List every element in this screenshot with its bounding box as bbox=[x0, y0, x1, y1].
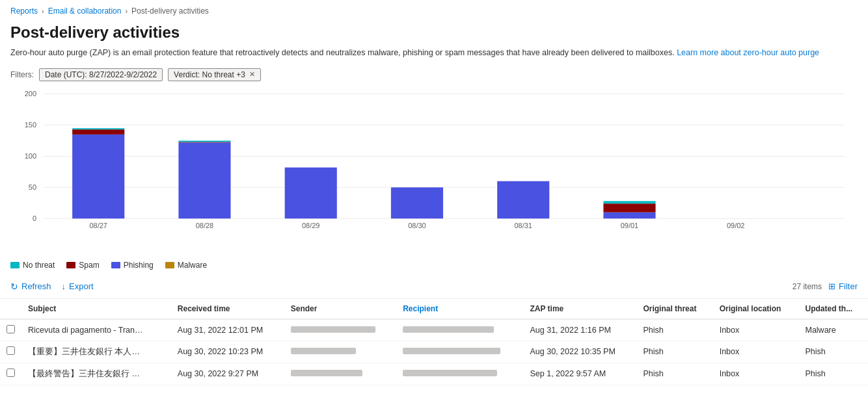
row-1-checkbox-cell bbox=[0, 319, 21, 341]
row-2-subject: 【重要】三井住友銀行 本人確認... bbox=[21, 341, 171, 363]
spam-swatch bbox=[66, 262, 75, 268]
row-3-sender bbox=[284, 363, 396, 385]
row-2-sender bbox=[284, 341, 396, 363]
bar-08-28-spam[interactable] bbox=[178, 142, 230, 142]
legend-phishing: Phishing bbox=[111, 261, 154, 270]
bar-09-01-spam[interactable] bbox=[603, 203, 655, 212]
export-label: Export bbox=[69, 281, 94, 291]
row-3-sender-redacted bbox=[291, 370, 362, 376]
bar-08-29-phishing[interactable] bbox=[285, 167, 337, 218]
svg-text:08/29: 08/29 bbox=[302, 222, 320, 229]
table-row: 【重要】三井住友銀行 本人確認... Aug 30, 2022 10:23 PM… bbox=[0, 341, 868, 363]
chart-container: 200 150 100 50 0 08/27 08/28 08/29 08/30 bbox=[0, 88, 868, 257]
svg-text:150: 150 bbox=[25, 121, 36, 129]
date-filter-chip[interactable]: Date (UTC): 8/27/2022-9/2/2022 bbox=[39, 68, 163, 81]
row-3-recipient-redacted bbox=[403, 370, 497, 376]
legend-malware: Malware bbox=[165, 261, 207, 270]
header-original-location: Original location bbox=[713, 299, 799, 319]
row-3-original-location: Inbox bbox=[713, 363, 799, 385]
bar-08-27-spam[interactable] bbox=[72, 129, 124, 135]
bar-09-01-nothreat[interactable] bbox=[603, 201, 655, 203]
row-1-original-threat: Phish bbox=[636, 319, 712, 341]
header-zap-time: ZAP time bbox=[524, 299, 637, 319]
row-2-checkbox[interactable] bbox=[7, 346, 15, 355]
data-table: Subject Received time Sender Recipient Z… bbox=[0, 299, 868, 385]
row-1-original-location: Inbox bbox=[713, 319, 799, 341]
row-3-checkbox-cell bbox=[0, 363, 21, 385]
malware-label: Malware bbox=[178, 261, 207, 270]
date-chip-text: Date (UTC): 8/27/2022-9/2/2022 bbox=[45, 70, 157, 79]
bar-chart: 200 150 100 50 0 08/27 08/28 08/29 08/30 bbox=[10, 88, 858, 237]
header-updated-threat: Updated th... bbox=[798, 299, 868, 319]
legend-spam: Spam bbox=[66, 261, 99, 270]
row-1-sender bbox=[284, 319, 396, 341]
row-3-original-threat: Phish bbox=[636, 363, 712, 385]
filters-row: Filters: Date (UTC): 8/27/2022-9/2/2022 … bbox=[0, 66, 868, 88]
page-description: Zero-hour auto purge (ZAP) is an email p… bbox=[0, 47, 868, 66]
verdict-chip-text: Verdict: No threat +3 bbox=[174, 70, 245, 79]
row-1-checkbox[interactable] bbox=[7, 325, 15, 333]
no-threat-label: No threat bbox=[23, 261, 55, 270]
breadcrumb: Reports › Email & collaboration › Post-d… bbox=[0, 0, 868, 21]
filter-icon: ⊞ bbox=[828, 281, 835, 291]
table-row: 【最終警告】三井住友銀行 から... Aug 30, 2022 9:27 PM … bbox=[0, 363, 868, 385]
no-threat-swatch bbox=[10, 262, 20, 268]
action-right-group: 27 items ⊞ Filter bbox=[793, 281, 858, 291]
bar-08-30-phishing[interactable] bbox=[391, 187, 443, 218]
bar-09-01-phishing[interactable] bbox=[603, 212, 655, 218]
svg-text:08/27: 08/27 bbox=[89, 222, 107, 229]
verdict-filter-chip[interactable]: Verdict: No threat +3 ✕ bbox=[168, 68, 261, 81]
row-2-checkbox-cell bbox=[0, 341, 21, 363]
row-2-sender-redacted bbox=[291, 348, 356, 354]
row-1-zap-time: Aug 31, 2022 1:16 PM bbox=[524, 319, 637, 341]
bar-08-27-phishing[interactable] bbox=[72, 135, 124, 218]
row-3-zap-time: Sep 1, 2022 9:57 AM bbox=[524, 363, 637, 385]
bar-08-28-phishing[interactable] bbox=[178, 142, 230, 218]
row-1-recipient bbox=[396, 319, 523, 341]
row-1-received-time: Aug 31, 2022 12:01 PM bbox=[171, 319, 284, 341]
filter-label: Filter bbox=[839, 281, 858, 291]
row-3-updated-threat: Phish bbox=[798, 363, 868, 385]
row-1-updated-threat: Malware bbox=[798, 319, 868, 341]
export-button[interactable]: ↓ Export bbox=[62, 279, 94, 294]
refresh-icon: ↻ bbox=[10, 281, 18, 292]
phishing-swatch bbox=[111, 262, 120, 268]
refresh-button[interactable]: ↻ Refresh bbox=[10, 279, 51, 294]
row-1-recipient-redacted bbox=[403, 326, 494, 333]
row-2-recipient bbox=[396, 341, 523, 363]
header-checkbox-cell bbox=[0, 299, 21, 319]
row-3-checkbox[interactable] bbox=[7, 369, 15, 377]
header-sender: Sender bbox=[284, 299, 396, 319]
chart-legend: No threat Spam Phishing Malware bbox=[0, 257, 868, 275]
svg-text:08/30: 08/30 bbox=[408, 222, 426, 229]
svg-text:100: 100 bbox=[25, 152, 36, 160]
svg-text:0: 0 bbox=[33, 214, 36, 222]
legend-no-threat: No threat bbox=[10, 261, 55, 270]
learn-more-link[interactable]: Learn more about zero-hour auto purge bbox=[677, 48, 819, 57]
breadcrumb-reports[interactable]: Reports bbox=[10, 6, 38, 16]
header-received-time: Received time bbox=[171, 299, 284, 319]
verdict-chip-close[interactable]: ✕ bbox=[249, 70, 255, 79]
row-3-recipient bbox=[396, 363, 523, 385]
row-1-subject: Ricevuta di pagamento - Transa... bbox=[21, 319, 171, 341]
breadcrumb-sep-2: › bbox=[125, 7, 128, 15]
row-3-subject: 【最終警告】三井住友銀行 から... bbox=[21, 363, 171, 385]
header-row: Subject Received time Sender Recipient Z… bbox=[0, 299, 868, 319]
svg-text:09/02: 09/02 bbox=[727, 222, 745, 229]
action-bar: ↻ Refresh ↓ Export 27 items ⊞ Filter bbox=[0, 275, 868, 299]
malware-swatch bbox=[165, 262, 174, 268]
export-icon: ↓ bbox=[62, 281, 66, 291]
table-body: Ricevuta di pagamento - Transa... Aug 31… bbox=[0, 319, 868, 385]
page-title: Post-delivery activities bbox=[0, 21, 868, 47]
filter-button[interactable]: ⊞ Filter bbox=[828, 281, 858, 291]
spam-label: Spam bbox=[79, 261, 99, 270]
breadcrumb-current: Post-delivery activities bbox=[131, 6, 209, 16]
bar-08-27-nothreat[interactable] bbox=[72, 128, 124, 129]
bar-08-28-nothreat[interactable] bbox=[178, 140, 230, 142]
items-count: 27 items bbox=[793, 282, 822, 291]
header-recipient[interactable]: Recipient bbox=[396, 299, 523, 319]
bar-08-31-phishing[interactable] bbox=[497, 181, 549, 219]
svg-text:09/01: 09/01 bbox=[621, 222, 639, 229]
breadcrumb-email-collab[interactable]: Email & collaboration bbox=[48, 6, 122, 16]
row-3-received-time: Aug 30, 2022 9:27 PM bbox=[171, 363, 284, 385]
